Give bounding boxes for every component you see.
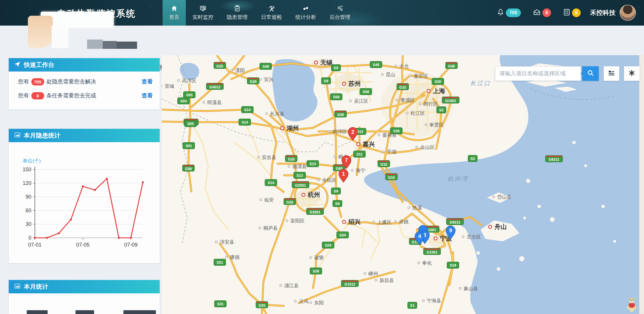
- search-button[interactable]: [582, 66, 599, 81]
- grid-count-badge[interactable]: 0: [572, 8, 581, 17]
- city-label: 闵行区: [424, 101, 438, 106]
- road-badge: G50: [335, 111, 347, 117]
- city-label: 奉化: [422, 260, 432, 265]
- city-dot: [310, 302, 312, 304]
- scrollbar[interactable]: [639, 55, 644, 314]
- major-city-dot: [357, 143, 360, 146]
- city-label: 桐庐县: [263, 225, 278, 231]
- monthly-stats-panel: 本月统计: [9, 280, 160, 314]
- grid-notification[interactable]: 0: [563, 8, 581, 17]
- svg-text:07-05: 07-05: [76, 242, 89, 248]
- svg-text:S26: S26: [313, 269, 319, 273]
- water-label: 长江口: [470, 80, 491, 86]
- quick-workspace-header: 快速工作台: [9, 58, 160, 72]
- layers-list-button[interactable]: [604, 66, 619, 81]
- view-hazards-link[interactable]: 查看: [142, 78, 153, 85]
- city-dot: [294, 300, 296, 302]
- svg-text:60: 60: [26, 208, 31, 213]
- city-dot: [178, 80, 180, 82]
- svg-text:单位(个): 单位(个): [23, 158, 41, 164]
- view-tasks-link[interactable]: 查看: [142, 92, 153, 99]
- nav-item-hazard-mgmt[interactable]: 隐患管理: [220, 0, 254, 26]
- svg-text:07-01: 07-01: [28, 242, 42, 248]
- nav-item-daily-inspection[interactable]: 日常巡检: [254, 0, 289, 26]
- city-label: 海宁: [356, 168, 365, 173]
- svg-text:S9: S9: [334, 66, 338, 70]
- city-label: 临安: [264, 197, 274, 202]
- list-icon: [608, 69, 615, 78]
- svg-text:4: 4: [418, 233, 421, 239]
- bell-notification[interactable]: 705: [497, 8, 521, 17]
- hazard-line-chart: 0306090120150单位(个)07-0107-0507-09: [15, 156, 152, 254]
- city-label: 松江区: [411, 110, 425, 116]
- city-label: 新昌县: [379, 278, 394, 283]
- city-label: 嘉定区: [414, 73, 428, 78]
- nav-item-home[interactable]: 首页: [163, 0, 186, 26]
- nav-item-realtime-monitor[interactable]: 实时监控: [186, 0, 220, 26]
- redacted-welcome-text: [87, 40, 103, 49]
- city-label: 高淳区: [182, 78, 197, 83]
- city-dot: [203, 101, 205, 104]
- city-label: 青浦区: [400, 97, 415, 103]
- road-badge: S1: [408, 302, 417, 308]
- city-dot: [351, 170, 353, 172]
- city-dot: [286, 220, 288, 222]
- map-canvas[interactable]: 长江口杭州湾 G25S48G25G4012S03S14G318S14S05S05…: [162, 55, 644, 314]
- svg-text:S2: S2: [439, 108, 443, 112]
- svg-text:S03: S03: [180, 99, 187, 103]
- avatar[interactable]: [620, 5, 636, 21]
- clipboard-check-icon: [233, 5, 241, 12]
- city-dot: [396, 99, 398, 101]
- svg-text:G15: G15: [399, 85, 406, 90]
- svg-text:S2: S2: [470, 157, 475, 161]
- road-badge: G2501: [307, 208, 324, 215]
- city-dot: [459, 288, 461, 290]
- major-city-label: 绍兴: [348, 218, 361, 225]
- workspace-row-tasks: 您有 0 条任务需要您去完成 查看: [18, 92, 153, 99]
- area-chart-icon: [14, 283, 21, 291]
- city-dot: [215, 241, 217, 243]
- city-label: 嵊州: [368, 271, 378, 276]
- gears-icon: [336, 5, 344, 12]
- mail-count-badge[interactable]: 0: [542, 8, 551, 17]
- city-dot: [231, 69, 233, 72]
- road-badge: S2: [468, 155, 477, 162]
- bell-count-badge[interactable]: 705: [506, 8, 521, 17]
- city-dot: [425, 124, 427, 126]
- svg-text:150: 150: [23, 167, 31, 172]
- settings-asterisk-button[interactable]: [624, 66, 640, 81]
- search-input[interactable]: [495, 67, 581, 81]
- nav-item-admin[interactable]: 后台管理: [323, 0, 357, 26]
- city-dot: [328, 131, 330, 133]
- city-dot: [258, 156, 260, 158]
- svg-text:S13: S13: [310, 162, 316, 166]
- mail-notification[interactable]: 0: [533, 8, 551, 17]
- road-badge: G1501: [424, 248, 441, 255]
- svg-text:S1: S1: [410, 304, 414, 308]
- search-icon: [587, 69, 594, 78]
- road-badge: G25: [247, 78, 259, 84]
- area-chart-icon: [14, 132, 21, 140]
- major-city-dot: [427, 90, 430, 93]
- road-badge: S14: [265, 179, 277, 186]
- city-dot: [375, 279, 377, 281]
- city-label: 南浔区: [332, 129, 347, 134]
- city-dot: [382, 74, 384, 76]
- major-city-label: 嘉兴: [363, 141, 375, 148]
- monitor-search-icon: [199, 5, 207, 12]
- city-label: 富阳区: [290, 218, 305, 223]
- svg-text:S01: S01: [186, 144, 192, 148]
- svg-text:S24: S24: [325, 243, 331, 247]
- svg-text:120: 120: [23, 180, 31, 186]
- svg-text:S31: S31: [217, 261, 223, 265]
- svg-text:S14: S14: [268, 181, 274, 185]
- user-name[interactable]: 禾控科技: [590, 8, 616, 17]
- road-badge: G4012: [206, 83, 224, 90]
- road-badge: S05: [185, 120, 197, 127]
- city-dot: [382, 151, 384, 153]
- nav-item-statistics[interactable]: 统计分析: [289, 0, 323, 26]
- svg-text:S31: S31: [217, 302, 224, 306]
- svg-text:9: 9: [449, 228, 452, 233]
- road-badge: S24: [337, 232, 349, 238]
- city-label: 安吉县: [262, 155, 276, 160]
